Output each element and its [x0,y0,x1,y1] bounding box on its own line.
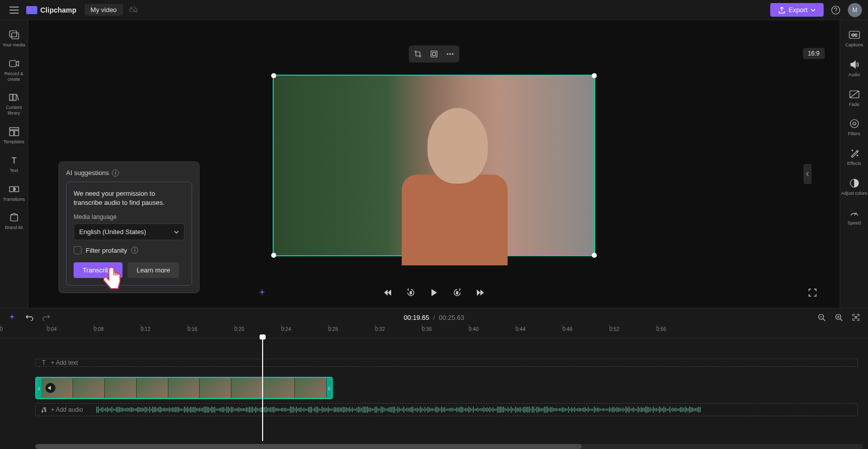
svg-line-10 [17,94,19,100]
fit-button[interactable] [427,47,441,61]
ruler-tick: 0:40 [469,326,478,332]
crop-button[interactable] [411,47,425,61]
sidebar-adjust-colors[interactable]: Adjust colors [840,174,869,200]
help-button[interactable] [829,3,843,17]
avatar[interactable]: M [848,3,862,17]
undo-button[interactable] [23,311,35,323]
svg-point-20 [447,53,449,55]
avatar-initial: M [852,7,857,14]
effects-icon [849,148,860,159]
info-icon[interactable]: i [131,247,138,254]
resize-handle[interactable] [271,253,276,258]
sidebar-fade[interactable]: Fade [840,85,869,111]
logo[interactable]: Clipchamp [26,6,77,14]
ai-sparkle-button[interactable] [255,286,269,300]
zoom-out-button[interactable] [816,311,828,323]
svg-rect-7 [10,61,16,67]
language-value: English (United States) [79,228,146,236]
ruler-tick: 0:16 [188,326,197,332]
timeline-time: 00:19.65 / 00:25.63 [404,314,464,321]
resize-handle[interactable] [271,73,276,78]
logo-text: Clipchamp [40,6,77,14]
audio-waveform [96,406,852,414]
video-clip[interactable]: || || [35,377,333,399]
ruler-tick: 0:28 [328,326,338,332]
scrollbar-thumb[interactable] [35,444,582,449]
export-label: Export [788,6,808,14]
redo-button[interactable] [40,311,52,323]
clip-handle-left[interactable]: || [36,378,41,398]
templates-icon [9,126,20,137]
sidebar-transitions[interactable]: Transitions [0,180,28,206]
svg-point-30 [852,150,853,151]
timeline-scrollbar[interactable] [35,444,863,449]
text-icon: T [41,360,47,366]
ruler-tick: 0:04 [47,326,56,332]
chevron-down-icon [174,231,179,234]
menu-button[interactable] [6,2,22,18]
resize-handle[interactable] [592,253,597,258]
sidebar-filters[interactable]: Filters [840,114,869,141]
collapse-right-panel[interactable] [803,164,812,184]
ruler-tick: 0 [0,326,3,332]
export-button[interactable]: Export [770,3,824,17]
add-audio-track[interactable]: + Add audio [35,403,858,416]
ai-timeline-button[interactable] [6,311,18,323]
svg-point-28 [850,120,858,128]
language-select[interactable]: English (United States) [74,223,184,240]
resize-handle[interactable] [592,73,597,78]
svg-rect-12 [10,131,14,136]
time-separator: / [433,314,435,321]
timeline-ruler[interactable]: 00:040:080:120:160:200:240:280:320:360:4… [0,326,868,339]
svg-rect-13 [15,131,19,136]
more-button[interactable] [443,47,457,61]
info-icon[interactable]: i [112,170,119,177]
sidebar-text[interactable]: T Text [0,151,28,178]
svg-text:5: 5 [456,291,458,295]
ai-suggestions-popup: AI suggestions i We need your permission… [58,161,200,293]
zoom-in-button[interactable] [833,311,845,323]
sidebar-effects[interactable]: Effects [840,144,869,171]
mute-icon[interactable] [45,383,55,393]
sidebar-templates[interactable]: Templates [0,122,28,149]
zoom-fit-button[interactable] [850,311,862,323]
left-sidebar: Your media Record & create Content libra… [0,20,28,308]
skip-forward-button[interactable] [473,286,487,300]
rewind-button[interactable]: 5 [404,286,418,300]
skip-back-button[interactable] [381,286,395,300]
language-label: Media language [74,213,184,220]
sidebar-your-media[interactable]: Your media [0,25,28,52]
total-time: 00:25.63 [439,314,464,321]
svg-point-29 [853,122,856,125]
clip-handle-right[interactable]: || [327,378,332,398]
filter-profanity-label: Filter profanity [86,247,127,254]
svg-line-38 [840,319,842,321]
sidebar-audio[interactable]: Audio [840,55,869,82]
video-frame[interactable] [273,75,595,256]
sidebar-record[interactable]: Record & create [0,54,28,86]
svg-rect-18 [431,51,437,57]
sidebar-item-label: Transitions [3,197,25,202]
ruler-tick: 0:36 [422,326,431,332]
music-icon [41,407,47,413]
forward-button[interactable]: 5 [450,286,464,300]
sidebar-item-label: Filters [848,131,860,137]
filter-profanity-checkbox[interactable] [74,246,82,254]
sidebar-captions[interactable]: CC Captions [840,25,869,52]
svg-rect-17 [11,215,18,221]
sidebar-item-label: Your media [3,42,25,48]
play-button[interactable] [427,286,441,300]
audio-icon [849,59,860,70]
record-icon [9,58,20,69]
ruler-tick: 0:24 [281,326,291,332]
project-name[interactable]: My video [85,4,123,16]
transitions-icon [9,184,20,195]
learn-more-button[interactable]: Learn more [128,262,179,278]
ruler-tick: 0:12 [141,326,150,332]
fullscreen-button[interactable] [805,286,820,300]
sidebar-brand-kit[interactable]: Brand kit [0,208,28,235]
add-text-track[interactable]: T + Add text [35,359,858,367]
sidebar-speed[interactable]: Speed [840,203,869,230]
playhead[interactable] [262,339,263,441]
sidebar-content-library[interactable]: Content library [0,88,28,120]
